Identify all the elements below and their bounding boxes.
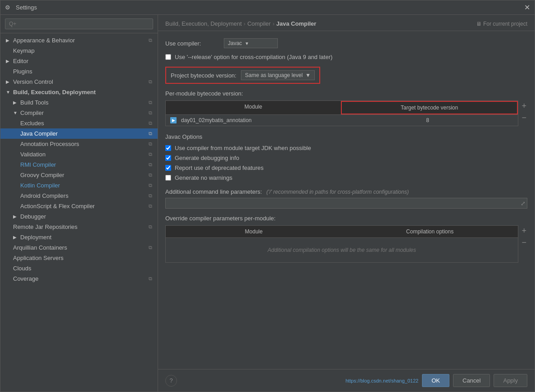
- sidebar-item-deployment[interactable]: ▶ Deployment: [0, 232, 158, 242]
- cancel-button[interactable]: Cancel: [453, 374, 490, 387]
- sidebar-item-label: Appearance & Behavior: [13, 37, 75, 44]
- option-row-1: Generate debugging info: [165, 155, 527, 161]
- sidebar-item-keymap[interactable]: Keymap: [0, 46, 158, 56]
- sidebar-item-label: Android Compilers: [20, 192, 68, 199]
- sidebar-item-clouds[interactable]: Clouds: [0, 263, 158, 273]
- cmd-input[interactable]: [165, 198, 527, 209]
- remove-module-button[interactable]: −: [521, 113, 526, 123]
- option-checkbox-0[interactable]: [165, 145, 171, 151]
- option-checkbox-2[interactable]: [165, 165, 171, 171]
- module-cell: ▶ day01_02mybatis_annotation: [170, 117, 342, 123]
- sidebar-item-editor[interactable]: ▶ Editor: [0, 56, 158, 66]
- release-option-checkbox[interactable]: [165, 54, 171, 60]
- copy-icon: ⧉: [149, 110, 152, 116]
- copy-icon: ⧉: [149, 100, 152, 105]
- module-header: Module: [166, 101, 341, 114]
- dropdown-arrow-icon: ▼: [245, 41, 249, 46]
- sidebar-item-debugger[interactable]: ▶ Debugger: [0, 211, 158, 222]
- breadcrumb-sep1: ›: [244, 20, 245, 27]
- sidebar-item-label: Keymap: [13, 47, 35, 54]
- bytecode-dropdown-arrow-icon: ▼: [305, 72, 311, 78]
- option-row-2: Report use of deprecated features: [165, 164, 527, 171]
- sidebar-item-groovy-compiler[interactable]: Groovy Compiler ⧉: [0, 170, 158, 180]
- expand-icon[interactable]: ⤢: [521, 200, 526, 207]
- target-cell: 8: [342, 117, 513, 123]
- sidebar-item-label: Build, Execution, Deployment: [13, 89, 95, 96]
- module-icon: ▶: [170, 117, 177, 123]
- bottom-bar: ? https://blog.csdn.net/shang_0122 OK Ca…: [158, 369, 535, 392]
- add-override-button[interactable]: +: [521, 226, 526, 236]
- copy-icon: ⧉: [149, 224, 152, 230]
- sidebar-nav: ▶ Appearance & Behavior ⧉ Keymap ▶ Edito…: [0, 33, 158, 392]
- option-label-2: Report use of deprecated features: [175, 164, 263, 171]
- cmd-input-wrapper: ⤢: [165, 198, 527, 209]
- search-input[interactable]: [5, 18, 153, 29]
- sidebar-item-label: Arquillian Containers: [13, 244, 67, 251]
- copy-icon: ⧉: [149, 276, 152, 282]
- breadcrumb-active: Java Compiler: [277, 20, 317, 27]
- sidebar-item-android-compilers[interactable]: Android Compilers ⧉: [0, 191, 158, 201]
- compiler-value: Javac: [228, 40, 242, 46]
- main-content: ▶ Appearance & Behavior ⧉ Keymap ▶ Edito…: [0, 15, 535, 392]
- sidebar-item-label: Clouds: [13, 265, 31, 272]
- bytecode-version-dropdown[interactable]: Same as language level ▼: [241, 70, 315, 80]
- release-option-row: Use '--release' option for cross-compila…: [165, 54, 527, 60]
- option-checkbox-1[interactable]: [165, 155, 171, 161]
- sidebar-item-app-servers[interactable]: Application Servers: [0, 253, 158, 263]
- remove-override-button[interactable]: −: [521, 238, 526, 247]
- sidebar-item-plugins[interactable]: Plugins: [0, 66, 158, 77]
- ok-button[interactable]: OK: [422, 374, 449, 387]
- arrow-icon: ▶: [13, 100, 18, 105]
- apply-button[interactable]: Apply: [494, 374, 527, 387]
- table-row: ▶ day01_02mybatis_annotation 8: [166, 115, 518, 126]
- breadcrumb-build: Build, Execution, Deployment: [165, 20, 242, 27]
- override-table-header: Module Compilation options: [166, 226, 518, 238]
- window-title: Settings: [16, 4, 524, 11]
- sidebar-item-appearance[interactable]: ▶ Appearance & Behavior ⧉: [0, 35, 158, 46]
- sidebar-item-kotlin-compiler[interactable]: Kotlin Compiler ⧉: [0, 180, 158, 191]
- javac-options: Use compiler from module target JDK when…: [165, 145, 527, 181]
- sidebar-item-label: Compiler: [20, 109, 44, 116]
- copy-icon: ⧉: [149, 162, 152, 168]
- add-module-button[interactable]: +: [521, 101, 526, 111]
- copy-icon: ⧉: [149, 203, 152, 209]
- copy-icon: ⧉: [149, 131, 152, 137]
- sidebar-item-label: Debugger: [20, 213, 46, 220]
- sidebar-item-label: Build Tools: [20, 99, 49, 106]
- sidebar-item-label: Application Servers: [13, 255, 63, 261]
- javac-options-title: Javac Options: [165, 133, 527, 140]
- sidebar-item-java-compiler[interactable]: Java Compiler ⧉: [0, 128, 158, 139]
- sidebar-item-build[interactable]: ▼ Build, Execution, Deployment: [0, 87, 158, 97]
- per-module-table: Module Target bytecode version ▶ day01_0…: [165, 100, 518, 126]
- copy-icon: ⧉: [149, 120, 152, 126]
- sidebar-item-label: Remote Jar Repositories: [13, 223, 77, 230]
- per-module-label: Per-module bytecode version:: [165, 90, 527, 97]
- sidebar-item-coverage[interactable]: Coverage ⧉: [0, 273, 158, 284]
- sidebar-item-label: Plugins: [13, 68, 32, 75]
- sidebar-item-actionscript[interactable]: ActionScript & Flex Compiler ⧉: [0, 201, 158, 211]
- bytecode-version-container: Project bytecode version: Same as langua…: [165, 67, 320, 84]
- table-header: Module Target bytecode version: [166, 101, 518, 115]
- sidebar-item-rmi-compiler[interactable]: RMI Compiler ⧉: [0, 160, 158, 170]
- sidebar-item-excludes[interactable]: Excludes ⧉: [0, 118, 158, 128]
- close-button[interactable]: ✕: [524, 3, 530, 12]
- sidebar-item-label: RMI Compiler: [20, 161, 56, 168]
- sidebar-item-label: Java Compiler: [20, 130, 58, 137]
- compiler-select[interactable]: Javac ▼: [224, 38, 278, 48]
- help-button[interactable]: ?: [165, 375, 177, 387]
- sidebar-item-annotation-processors[interactable]: Annotation Processors ⧉: [0, 139, 158, 149]
- sidebar-item-validation[interactable]: Validation ⧉: [0, 149, 158, 160]
- module-name: day01_02mybatis_annotation: [181, 117, 252, 123]
- arrow-icon: ▼: [13, 110, 18, 115]
- sidebar-item-compiler[interactable]: ▼ Compiler ⧉: [0, 108, 158, 118]
- sidebar-item-arquillian[interactable]: Arquillian Containers ⧉: [0, 242, 158, 253]
- copy-icon: ⧉: [149, 182, 152, 188]
- right-panel: Build, Execution, Deployment › Compiler …: [158, 15, 535, 392]
- override-module-header: Module: [166, 226, 342, 237]
- sidebar-item-version-control[interactable]: ▶ Version Control ⧉: [0, 77, 158, 87]
- sidebar-item-remote-jar[interactable]: Remote Jar Repositories ⧉: [0, 222, 158, 232]
- option-checkbox-3[interactable]: [165, 175, 171, 181]
- per-module-table-wrapper: Module Target bytecode version ▶ day01_0…: [165, 100, 518, 126]
- arrow-icon: ▶: [6, 79, 10, 84]
- sidebar-item-build-tools[interactable]: ▶ Build Tools ⧉: [0, 97, 158, 108]
